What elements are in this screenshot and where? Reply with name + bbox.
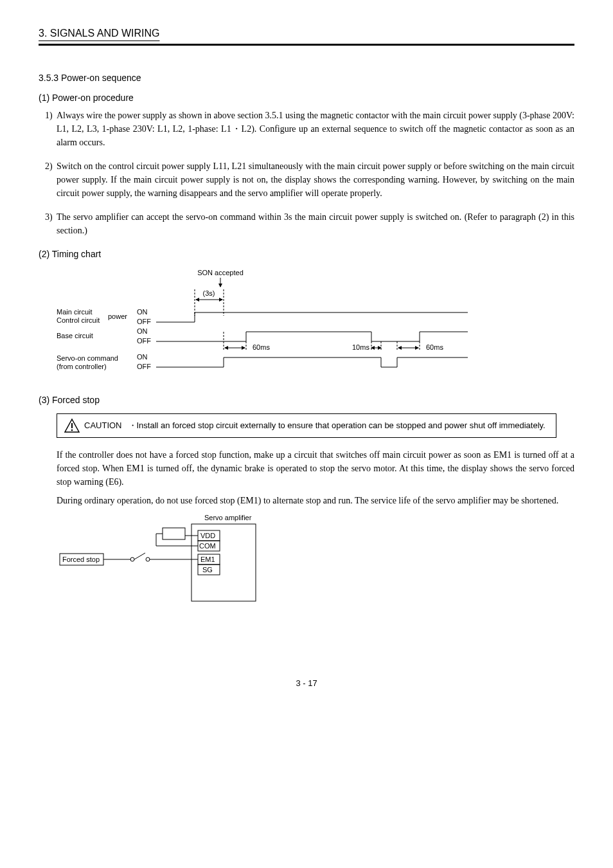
forced-stop-label: Forced stop bbox=[62, 556, 100, 563]
wiring-diagram: Servo amplifier VDD COM EM1 SG Forced st… bbox=[57, 512, 574, 613]
chart-sig1-suffix: power bbox=[108, 312, 127, 320]
chart-sig3-name2: (from controller) bbox=[57, 363, 107, 370]
chart-sig2-off: OFF bbox=[137, 337, 151, 345]
chart-sig3-name: Servo-on command bbox=[57, 354, 118, 362]
svg-point-30 bbox=[146, 557, 150, 561]
forced-stop-body-1: If the controller does not have a forced… bbox=[57, 448, 574, 489]
subsection-1-title: (1) Power-on procedure bbox=[39, 91, 574, 105]
chart-sig1-name2: Control circuit bbox=[57, 316, 100, 324]
warning-icon bbox=[64, 418, 80, 433]
caution-text: Install an forced stop circuit externall… bbox=[137, 420, 546, 430]
page-header: 3. SIGNALS AND WIRING bbox=[39, 26, 574, 46]
item-1: 1)Always wire the power supply as shown … bbox=[57, 109, 574, 149]
chart-sig1-off: OFF bbox=[137, 318, 151, 325]
svg-rect-21 bbox=[163, 528, 185, 539]
chart-10ms: 10ms bbox=[352, 343, 369, 351]
caution-box: CAUTION ・Install an forced stop circuit … bbox=[57, 413, 556, 438]
svg-point-15 bbox=[71, 429, 73, 431]
pin-vdd: VDD bbox=[200, 532, 215, 539]
chart-60ms-1: 60ms bbox=[253, 343, 270, 351]
subsection-2-title: (2) Timing chart bbox=[39, 248, 574, 261]
svg-line-29 bbox=[134, 553, 145, 559]
subsection-3-title: (3) Forced stop bbox=[39, 393, 574, 407]
timing-chart: SON accepted (3s) Main circuit Control c… bbox=[57, 267, 574, 387]
forced-stop-body-2: During ordinary operation, do not use fo… bbox=[57, 494, 574, 507]
section-3-5-3-title: 3.5.3 Power-on sequence bbox=[39, 71, 574, 85]
pin-em1: EM1 bbox=[200, 556, 215, 563]
item-2-text: Switch on the control circuit power supp… bbox=[57, 161, 574, 198]
chart-sig2-name: Base circuit bbox=[57, 332, 93, 339]
item-3-text: The servo amplifier can accept the servo… bbox=[57, 212, 574, 235]
item-1-text: Always wire the power supply as shown in… bbox=[57, 111, 574, 147]
caution-label: CAUTION bbox=[84, 419, 122, 432]
chart-sig2-on: ON bbox=[137, 327, 148, 335]
pin-sg: SG bbox=[202, 566, 213, 574]
page-number: 3 - 17 bbox=[39, 677, 574, 690]
servo-amp-label: Servo amplifier bbox=[204, 514, 252, 521]
item-3: 3)The servo amplifier can accept the ser… bbox=[57, 210, 574, 237]
chart-sig1-name: Main circuit bbox=[57, 308, 93, 316]
chart-3s-label: (3s) bbox=[203, 289, 215, 297]
item-2: 2)Switch on the control circuit power su… bbox=[57, 159, 574, 200]
chart-60ms-2: 60ms bbox=[426, 343, 443, 351]
pin-com: COM bbox=[199, 542, 216, 550]
chart-sig3-on: ON bbox=[137, 353, 148, 361]
chart-sig3-off: OFF bbox=[137, 363, 151, 370]
svg-point-28 bbox=[130, 557, 134, 561]
chart-sig1-on: ON bbox=[137, 308, 148, 316]
chart-son-label: SON accepted bbox=[197, 269, 244, 276]
